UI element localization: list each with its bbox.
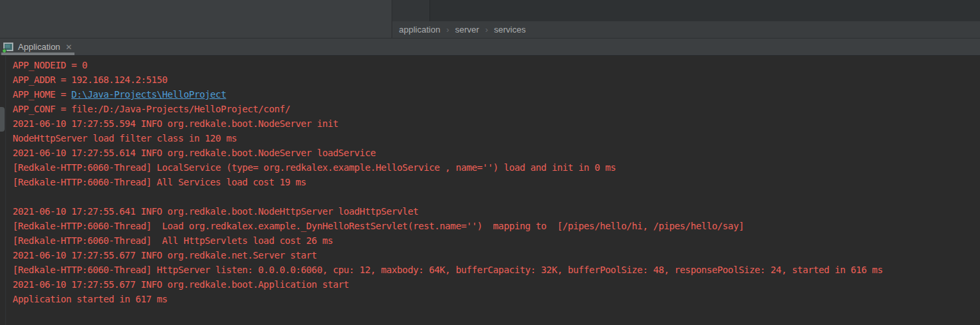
console-line: 2021-06-10 17:27:55.594 INFO org.redkale…	[13, 116, 980, 131]
ide-window: application › server › services Applicat…	[0, 0, 980, 325]
log-text: 2021-06-10 17:27:55.677 INFO org.redkale…	[13, 279, 349, 290]
log-text: [Redkale-HTTP:6060-Thread] All Services …	[13, 177, 306, 187]
chevron-right-icon: ›	[446, 25, 449, 35]
console-line: APP_HOME = D:\Java-Projects\HelloProject	[13, 87, 980, 102]
chevron-right-icon: ›	[485, 25, 488, 35]
console-line: [Redkale-HTTP:6060-Thread] All HttpServl…	[13, 233, 980, 248]
log-text: [Redkale-HTTP:6060-Thread] All HttpServl…	[13, 235, 333, 246]
log-text: 2021-06-10 17:27:55.614 INFO org.redkale…	[13, 148, 376, 158]
console-line: [Redkale-HTTP:6060-Thread] All Services …	[13, 175, 980, 189]
console-line: APP_ADDR = 192.168.124.2:5150	[13, 72, 980, 87]
console-line: APP_NODEID = 0	[13, 58, 980, 72]
tab-application[interactable]: Application ✕	[0, 39, 79, 55]
editor-header-row: application › server › services	[0, 0, 980, 39]
console-line: 2021-06-10 17:27:55.641 INFO org.redkale…	[13, 204, 980, 219]
run-console-icon	[3, 42, 14, 52]
console-tab-bar: Application ✕	[0, 39, 980, 56]
log-text: 2021-06-10 17:27:55.641 INFO org.redkale…	[13, 206, 418, 217]
console-line: [Redkale-HTTP:6060-Thread] LocalService …	[13, 160, 980, 175]
breadcrumb-item-services[interactable]: services	[494, 25, 526, 35]
active-tab-underline	[1, 53, 74, 55]
console-output[interactable]: APP_NODEID = 0APP_ADDR = 192.168.124.2:5…	[6, 56, 980, 325]
editor-gutter	[392, 0, 430, 21]
console-line: Application started in 617 ms	[13, 292, 980, 306]
breadcrumb: application › server › services	[392, 21, 980, 38]
file-path-link[interactable]: D:\Java-Projects\HelloProject	[71, 89, 226, 100]
tab-label: Application	[18, 42, 61, 52]
console-panel[interactable]: APP_NODEID = 0APP_ADDR = 192.168.124.2:5…	[0, 56, 980, 325]
log-text: 2021-06-10 17:27:55.594 INFO org.redkale…	[13, 118, 338, 129]
log-text: [Redkale-HTTP:6060-Thread] Load org.redk…	[13, 221, 744, 231]
log-text: APP_NODEID = 0	[13, 60, 87, 70]
left-panel	[0, 0, 392, 38]
log-text: APP_HOME =	[13, 89, 71, 100]
log-text: APP_CONF = file:/D:/Java-Projects/HelloP…	[13, 104, 291, 114]
console-screen-shape	[5, 45, 10, 48]
breadcrumb-item-server[interactable]: server	[455, 25, 479, 35]
console-line: APP_CONF = file:/D:/Java-Projects/HelloP…	[13, 102, 980, 116]
editor-top-panel: application › server › services	[392, 0, 980, 38]
editor-strip	[392, 0, 980, 21]
gutter-handle[interactable]	[0, 107, 5, 132]
breadcrumb-item-application[interactable]: application	[399, 25, 440, 35]
log-text: Application started in 617 ms	[13, 294, 168, 304]
console-line: [Redkale-HTTP:6060-Thread] Load org.redk…	[13, 219, 980, 233]
log-text: 2021-06-10 17:27:55.677 INFO org.redkale…	[13, 250, 317, 261]
console-line: [Redkale-HTTP:6060-Thread] HttpServer li…	[13, 263, 980, 277]
log-text: [Redkale-HTTP:6060-Thread] LocalService …	[13, 162, 616, 173]
console-line: 2021-06-10 17:27:55.614 INFO org.redkale…	[13, 146, 980, 160]
log-text: APP_ADDR = 192.168.124.2:5150	[13, 74, 168, 85]
console-gutter	[0, 56, 6, 325]
editor-area[interactable]	[430, 0, 980, 21]
console-line	[13, 189, 980, 204]
console-line: NodeHttpServer load filter class in 120 …	[13, 131, 980, 146]
log-text: NodeHttpServer load filter class in 120 …	[13, 133, 237, 144]
log-text: [Redkale-HTTP:6060-Thread] HttpServer li…	[13, 265, 883, 275]
close-icon[interactable]: ✕	[66, 43, 72, 51]
console-line: 2021-06-10 17:27:55.677 INFO org.redkale…	[13, 248, 980, 263]
console-line: 2021-06-10 17:27:55.677 INFO org.redkale…	[13, 277, 980, 292]
